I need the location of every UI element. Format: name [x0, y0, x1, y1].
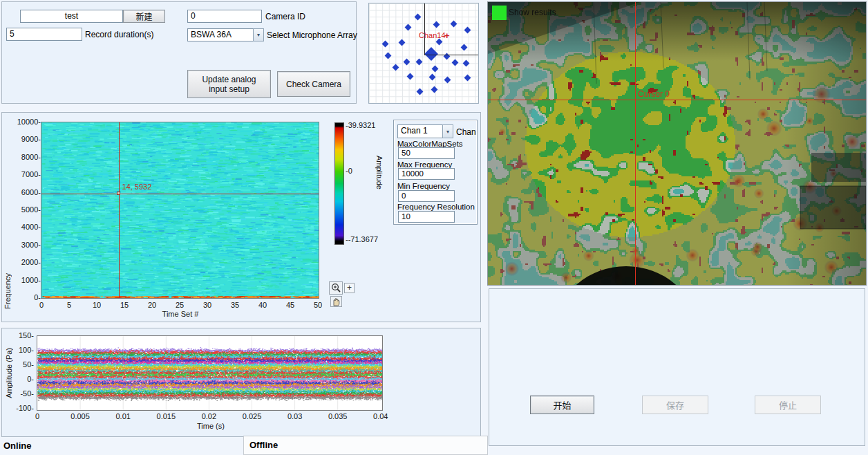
mic-position-dot: [393, 64, 399, 71]
mic-position-dot: [461, 44, 468, 51]
spectrogram-canvas[interactable]: [41, 122, 319, 298]
spectrogram-xtick: 0: [32, 301, 51, 309]
mic-position-dot: [452, 59, 459, 66]
start-button[interactable]: 开始: [530, 396, 594, 414]
spectrogram-ytick: 5000-: [9, 205, 41, 214]
spectrogram-xtick: 25: [170, 301, 189, 309]
camera-result-view[interactable]: Show results Cursor 0: [487, 1, 867, 286]
array-cursor-vline[interactable]: [424, 3, 425, 55]
spectrogram-xtick: 15: [115, 301, 134, 309]
mic-position-dot: [464, 27, 471, 34]
array-cursor-hline[interactable]: [424, 55, 478, 55]
camera-cursor-vline[interactable]: [635, 2, 636, 285]
chan-field-input[interactable]: 10000: [398, 168, 455, 180]
setup-panel: test 新建 5 Record duration(s) 0 Camera ID…: [1, 1, 357, 104]
spectrogram-cursor-hline[interactable]: [41, 194, 319, 194]
chan-select[interactable]: Chan 1: [397, 124, 443, 138]
spectrogram-ytick: 10000-: [9, 118, 41, 126]
spectrogram-xtick: 40: [253, 301, 272, 309]
waveform-xtick: 0.035: [323, 412, 352, 420]
offline-status-box: Offline: [243, 436, 488, 455]
waveform-ytick: -50-: [5, 389, 34, 398]
mic-array-label: Select Microphone Array: [267, 30, 357, 40]
mic-position-dot: [432, 66, 439, 73]
array-channel-label: Chan14: [419, 31, 446, 39]
mic-position-dot: [451, 21, 457, 28]
waveform-ytick: 0-: [5, 375, 34, 383]
colorbar-min-label: --71.3677: [346, 235, 378, 243]
test-name-input[interactable]: test: [20, 10, 123, 23]
action-panel: 开始 保存 停止: [489, 288, 865, 446]
waveform-panel: Amplitude (Pa) 150-100-50-0--50--100- 00…: [1, 328, 481, 437]
spectrogram-cursor-vline[interactable]: [119, 122, 120, 298]
camera-cursor-hline[interactable]: [488, 100, 866, 100]
mic-position-dot: [399, 39, 406, 46]
show-results-label: Show results: [509, 8, 556, 17]
save-button[interactable]: 保存: [642, 396, 708, 414]
chan-field-label: Min Frequency: [397, 182, 450, 190]
waveform-xtick: 0.015: [151, 412, 180, 420]
waveform-xtick: 0.03: [281, 412, 310, 420]
new-button[interactable]: 新建: [123, 10, 165, 23]
waveform-xlabel: Time (s): [183, 422, 238, 430]
mic-position-dot: [431, 86, 438, 93]
camera-cursor-label: Cursor 0: [638, 89, 670, 99]
chan-label: Chan: [456, 127, 476, 137]
spectrogram-ytick: 7000-: [9, 170, 41, 178]
waveform-ytick: 150-: [5, 331, 34, 340]
show-results-checkbox[interactable]: [492, 6, 507, 20]
mic-position-dot: [463, 60, 470, 67]
mic-position-dot: [405, 24, 412, 31]
waveform-canvas[interactable]: [37, 336, 382, 410]
spectrogram-ytick: 1000-: [9, 276, 41, 284]
mic-array-dropdown-arrow-icon[interactable]: ▾: [253, 28, 264, 41]
waveform-ytick: -100-: [5, 404, 34, 412]
acoustic-image-canvas[interactable]: [488, 2, 866, 285]
spectrogram-ytick: 4000-: [9, 223, 41, 231]
spectrogram-cursor-marker[interactable]: [117, 192, 120, 195]
waveform-xtick: 0.005: [66, 412, 95, 420]
mic-position-dot: [433, 21, 440, 28]
chan-field-label: Frequency Resolution: [397, 203, 475, 211]
cursor-tool-icon[interactable]: +: [344, 283, 355, 293]
spectrogram-panel: Frequency 10000-9000-8000-7000-6000-5000…: [1, 112, 481, 322]
mic-position-dot: [404, 59, 411, 66]
spectrogram-xtick: 20: [142, 301, 162, 309]
mic-position-dot: [407, 73, 414, 80]
spectrogram-xtick: 30: [198, 301, 217, 309]
check-camera-button[interactable]: Check Camera: [277, 71, 350, 97]
chan-field-input[interactable]: 10: [398, 211, 455, 223]
spectrogram-xtick: 45: [281, 301, 300, 309]
frequency-settings-group: Chan 1 ▾ Chan MaxColorMapSets50Max Frequ…: [393, 120, 478, 225]
spectrogram-ytick: 2000-: [9, 258, 41, 266]
mic-selected-dot: [424, 47, 438, 61]
waveform-xtick: 0.025: [238, 412, 267, 420]
waveform-xtick: 0.02: [194, 412, 223, 420]
spectrogram-xlabel: Time Set #: [155, 310, 205, 318]
colorbar-mid-label: -0: [346, 167, 352, 175]
spectrogram-cursor-readout: 14, 5932: [122, 183, 151, 191]
record-duration-input[interactable]: 5: [6, 28, 82, 41]
chan-field-input[interactable]: 50: [398, 147, 455, 159]
camera-id-label: Camera ID: [265, 12, 305, 21]
acoustic-camera-app: test 新建 5 Record duration(s) 0 Camera ID…: [0, 0, 868, 455]
waveform-xtick: 0.04: [366, 412, 395, 420]
mic-position-dot: [436, 39, 443, 46]
zoom-tool-icon[interactable]: [329, 281, 343, 295]
mic-array-plot[interactable]: + Chan14: [368, 3, 479, 104]
stop-button[interactable]: 停止: [755, 396, 821, 414]
camera-id-input[interactable]: 0: [187, 10, 262, 23]
chan-field-input[interactable]: 0: [398, 190, 455, 202]
spectrogram-xtick: 10: [87, 301, 106, 309]
pan-tool-icon[interactable]: [330, 296, 342, 307]
amplitude-colorbar: [334, 122, 344, 245]
waveform-xtick: 0: [23, 412, 52, 420]
spectrogram-xtick: 50: [308, 301, 328, 309]
mic-position-dot: [417, 89, 424, 95]
chan-dropdown-arrow-icon[interactable]: ▾: [442, 124, 453, 138]
mic-position-dot: [385, 53, 392, 59]
online-status-label: Online: [3, 440, 31, 451]
update-analog-input-button[interactable]: Update analog input setup: [187, 70, 271, 98]
mic-array-select[interactable]: BSWA 36A: [187, 28, 254, 41]
record-duration-label: Record duration(s): [85, 30, 153, 39]
